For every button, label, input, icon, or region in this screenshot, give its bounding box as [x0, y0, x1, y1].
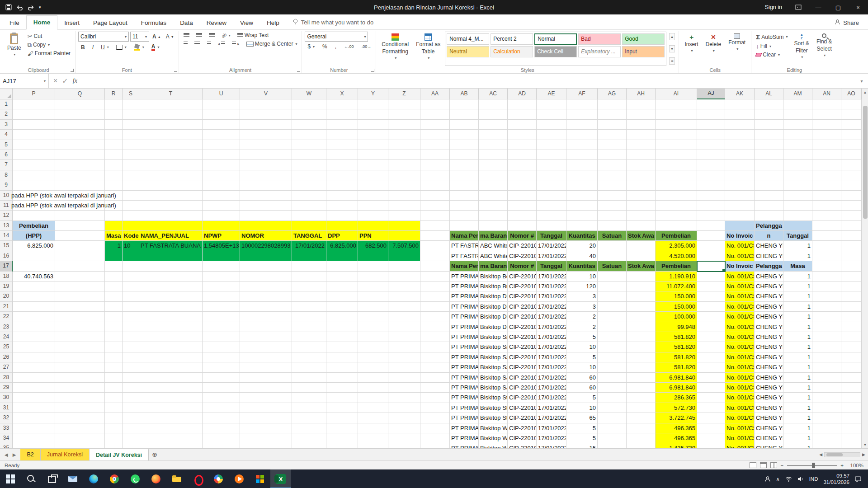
cell-AK1[interactable] [725, 99, 755, 109]
cell-AH25[interactable] [627, 342, 656, 352]
cell-AN3[interactable] [812, 120, 841, 130]
zoom-in-button[interactable]: + [840, 463, 844, 468]
row-header-12[interactable]: 12 [0, 211, 13, 221]
row-header-8[interactable]: 8 [0, 170, 13, 180]
cell-AE17[interactable]: Tanggal [537, 261, 566, 271]
cell-AG29[interactable] [598, 383, 627, 393]
cell-AJ26[interactable] [697, 352, 725, 362]
cell-T35[interactable] [139, 443, 203, 448]
format-painter-button[interactable]: 🖌Format Painter [26, 50, 72, 57]
cell-AH4[interactable] [627, 130, 656, 140]
cell-AA23[interactable] [420, 322, 450, 332]
cell-W30[interactable] [292, 393, 326, 403]
cell-S18[interactable] [123, 272, 139, 282]
cell-Q23[interactable] [55, 322, 105, 332]
cell-AC26[interactable]: Biskitop Sa [479, 352, 508, 362]
cell-AE14[interactable]: Tanggal [537, 231, 566, 241]
cell-AB32[interactable]: PT PRIMA [450, 413, 479, 423]
cell-AG7[interactable] [598, 160, 627, 170]
cell-AI10[interactable] [656, 191, 697, 201]
cell-AL2[interactable] [755, 109, 783, 119]
cell-T31[interactable] [139, 403, 203, 413]
hscroll-right-icon[interactable]: ▶ [862, 452, 865, 457]
cell-AM29[interactable]: 1 [783, 383, 812, 393]
cell-AL8[interactable] [755, 170, 783, 180]
cell-AG10[interactable] [598, 191, 627, 201]
cell-V4[interactable] [240, 130, 292, 140]
cell-P14[interactable]: (HPP) [13, 231, 55, 241]
cell-AJ10[interactable] [697, 191, 725, 201]
cell-Y29[interactable] [358, 383, 388, 393]
cell-AK10[interactable] [725, 191, 755, 201]
cell-AN12[interactable] [812, 211, 841, 221]
cell-style-good[interactable]: Good [622, 33, 665, 45]
row-header-31[interactable]: 31 [0, 403, 13, 413]
cell-AO20[interactable] [841, 291, 862, 301]
cell-AJ31[interactable] [697, 403, 725, 413]
cell-X2[interactable] [326, 109, 358, 119]
font-family-select[interactable]: Calibri▾ [78, 32, 129, 42]
cell-X31[interactable] [326, 403, 358, 413]
cell-AG23[interactable] [598, 322, 627, 332]
cell-X17[interactable] [326, 261, 358, 271]
cell-R21[interactable] [105, 302, 123, 312]
cell-S32[interactable] [123, 413, 139, 423]
column-header-AB[interactable]: AB [450, 89, 479, 99]
cell-AE7[interactable] [537, 160, 566, 170]
excel-icon[interactable] [270, 469, 291, 488]
cell-AM26[interactable]: 1 [783, 352, 812, 362]
cell-AC32[interactable]: Biskitop Sti [479, 413, 508, 423]
cell-Q13[interactable] [55, 221, 105, 231]
cell-W19[interactable] [292, 282, 326, 291]
column-header-S[interactable]: S [123, 89, 139, 99]
cell-X19[interactable] [326, 282, 358, 291]
cell-Z22[interactable] [388, 312, 420, 322]
cell-V31[interactable] [240, 403, 292, 413]
cell-V19[interactable] [240, 282, 292, 291]
cell-AG35[interactable] [598, 443, 627, 448]
copy-button[interactable]: ⧉Copy [26, 41, 72, 48]
cell-AI33[interactable]: 496.365 [656, 423, 697, 433]
cell-S1[interactable] [123, 99, 139, 109]
cell-AD6[interactable] [508, 150, 537, 160]
cell-P28[interactable] [13, 373, 55, 383]
cell-X18[interactable] [326, 272, 358, 282]
cell-AF34[interactable]: 5 [566, 433, 598, 443]
column-header-AE[interactable]: AE [537, 89, 566, 99]
people-icon[interactable] [764, 476, 771, 482]
cell-AE23[interactable]: 17/01/2022 [537, 322, 566, 332]
start-button[interactable] [0, 469, 21, 488]
cell-AI32[interactable]: 3.722.745 [656, 413, 697, 423]
font-dialog-launcher[interactable] [174, 69, 177, 72]
cell-U30[interactable] [203, 393, 240, 403]
cell-Z12[interactable] [388, 211, 420, 221]
cell-W20[interactable] [292, 291, 326, 301]
cell-AD24[interactable]: CIP-22010 [508, 332, 537, 342]
cell-Z8[interactable] [388, 170, 420, 180]
cell-AO12[interactable] [841, 211, 862, 221]
cell-AO33[interactable] [841, 423, 862, 433]
cell-AL3[interactable] [755, 120, 783, 130]
cell-AI5[interactable] [656, 140, 697, 150]
ribbon-tab-insert[interactable]: Insert [57, 16, 86, 29]
cell-AO14[interactable] [841, 231, 862, 241]
cell-AG24[interactable] [598, 332, 627, 342]
cell-P3[interactable] [13, 120, 55, 130]
cell-AK6[interactable] [725, 150, 755, 160]
cell-AK15[interactable]: No. 001/CS [725, 241, 755, 251]
cell-X32[interactable] [326, 413, 358, 423]
column-header-V[interactable]: V [240, 89, 292, 99]
cell-AO22[interactable] [841, 312, 862, 322]
cell-Y23[interactable] [358, 322, 388, 332]
cell-AK14[interactable]: No Invoic [725, 231, 755, 241]
cell-AC31[interactable]: Biskitop Sti [479, 403, 508, 413]
cell-AO29[interactable] [841, 383, 862, 393]
cell-T28[interactable] [139, 373, 203, 383]
cell-AL7[interactable] [755, 160, 783, 170]
cell-Y26[interactable] [358, 352, 388, 362]
close-button[interactable]: × [848, 0, 868, 14]
cell-AF17[interactable]: Kuantitas [566, 261, 598, 271]
cell-X29[interactable] [326, 383, 358, 393]
cell-AO9[interactable] [841, 180, 862, 190]
cell-R30[interactable] [105, 393, 123, 403]
